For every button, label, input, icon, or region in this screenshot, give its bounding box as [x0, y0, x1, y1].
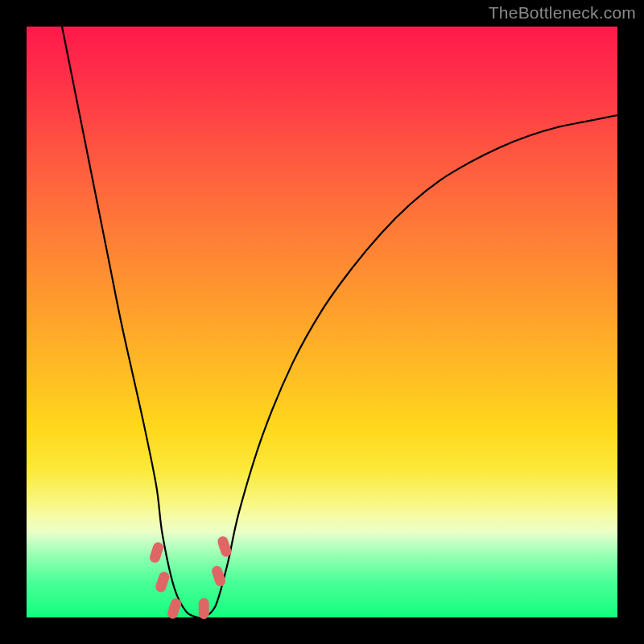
curve-marker [199, 598, 209, 619]
curve-marker [148, 541, 164, 564]
curve-marker [155, 571, 171, 594]
curve-markers [148, 535, 233, 621]
watermark-text: TheBottleneck.com [489, 3, 636, 23]
curve-marker [217, 535, 233, 559]
curve-marker [166, 597, 182, 621]
bottleneck-curve [62, 27, 617, 618]
chart-svg [27, 27, 617, 617]
chart-frame: TheBottleneck.com [0, 0, 644, 644]
